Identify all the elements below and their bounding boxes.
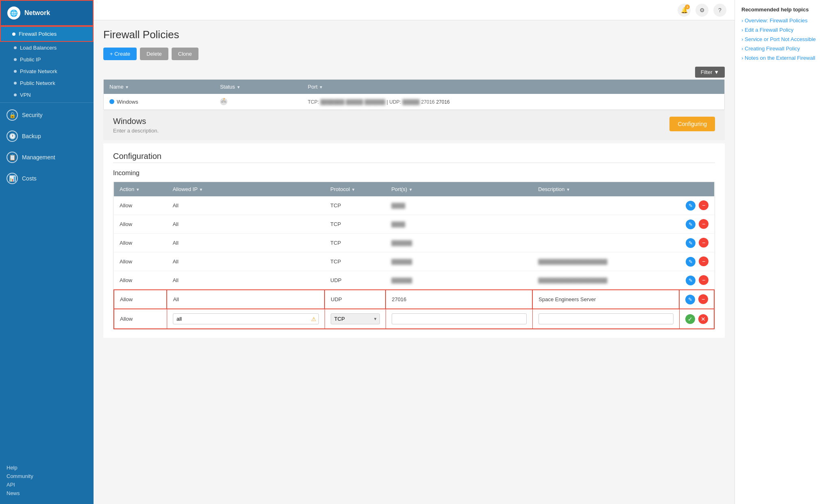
sort-arrow: ▼ <box>125 85 129 89</box>
port-udp-number: 27016 <box>436 99 449 105</box>
edit-icon[interactable]: ✎ <box>686 219 695 229</box>
sidebar-item-management[interactable]: 📋 Management <box>0 147 94 168</box>
help-link-overview[interactable]: Overview: Firewall Policies <box>741 17 817 24</box>
remove-icon[interactable]: − <box>699 238 708 248</box>
settings-button[interactable]: ⚙ <box>695 4 708 17</box>
config-section: Configuration Incoming Action ▼ Allowed … <box>103 143 725 338</box>
help-link-service[interactable]: Service or Port Not Accessible <box>741 36 817 42</box>
sort-arrow: ▼ <box>351 187 355 192</box>
row-description <box>532 215 679 234</box>
sidebar-section-label: Security <box>22 112 43 118</box>
sidebar-network-header[interactable]: 🌐 Network <box>0 0 94 26</box>
help-link[interactable]: Help <box>7 463 87 472</box>
row-allowed-ip: All <box>167 196 325 215</box>
edit-icon[interactable]: ✎ <box>686 276 695 285</box>
sort-arrow: ▼ <box>409 187 413 192</box>
configuring-button[interactable]: Configuring <box>669 117 715 131</box>
sidebar: 🌐 Network Firewall Policies Load Balance… <box>0 0 94 504</box>
sidebar-sub-label: Private Network <box>20 68 57 74</box>
row-ports: ████ <box>386 196 532 215</box>
blurred-desc: ████████████████████ <box>538 259 607 265</box>
allowed-ip-input[interactable] <box>173 313 319 324</box>
col-protocol[interactable]: Protocol ▼ <box>325 182 386 196</box>
config-header-row: Action ▼ Allowed IP ▼ Protocol ▼ Port(s)… <box>114 182 714 196</box>
dot <box>14 82 17 85</box>
col-description[interactable]: Description ▼ <box>532 182 679 196</box>
news-link[interactable]: News <box>7 489 87 497</box>
sidebar-item-load-balancers[interactable]: Load Balancers <box>0 42 94 54</box>
edit-icon[interactable]: ✎ <box>686 257 695 267</box>
col-status[interactable]: Status ▼ <box>214 80 302 94</box>
remove-icon[interactable]: − <box>699 219 708 229</box>
row-actions: ✎ − <box>679 252 714 271</box>
sidebar-item-vpn[interactable]: VPN <box>0 89 94 101</box>
api-link[interactable]: API <box>7 480 87 489</box>
sidebar-item-public-ip[interactable]: Public IP <box>0 54 94 65</box>
protocol-select[interactable]: TCP UDP <box>331 313 380 324</box>
blurred-port: ██████ <box>391 278 412 283</box>
row-protocol: UDP <box>325 290 386 309</box>
highlighted-table-row: Allow All UDP 27016 Space Engineers Serv… <box>114 290 714 309</box>
col-port[interactable]: Port ▼ <box>302 80 724 94</box>
row-actions: ✎ − <box>679 215 714 234</box>
row-protocol: TCP <box>325 215 386 234</box>
col-action[interactable]: Action ▼ <box>114 182 167 196</box>
remove-icon[interactable]: − <box>698 294 708 304</box>
sidebar-sub-label: Public IP <box>20 56 41 63</box>
row-action: Allow <box>114 234 167 252</box>
edit-icon[interactable]: ✎ <box>686 238 695 248</box>
edit-icon[interactable]: ✎ <box>685 295 695 304</box>
col-allowed-ip[interactable]: Allowed IP ▼ <box>167 182 325 196</box>
page-title: Firewall Policies <box>103 28 725 41</box>
confirm-icon[interactable]: ✓ <box>685 314 695 324</box>
status-dot <box>109 99 114 104</box>
row-allowed-ip: All <box>167 215 325 234</box>
sidebar-item-costs[interactable]: 📊 Costs <box>0 168 94 189</box>
notification-badge: 1 <box>685 4 690 9</box>
filter-button[interactable]: Filter ▼ <box>695 67 725 78</box>
col-ports[interactable]: Port(s) ▼ <box>386 182 532 196</box>
clone-button[interactable]: Clone <box>172 48 198 60</box>
col-name[interactable]: Name ▼ <box>104 80 214 94</box>
description-input[interactable] <box>538 313 674 324</box>
network-icon: 🌐 <box>7 7 20 20</box>
sidebar-firewall-label: Firewall Policies <box>19 31 57 37</box>
edit-icon[interactable]: ✎ <box>686 201 695 211</box>
detail-description: Enter a description. <box>113 128 159 134</box>
sidebar-item-firewall-policies[interactable]: Firewall Policies <box>0 26 94 42</box>
remove-icon[interactable]: − <box>699 256 708 266</box>
ports-input[interactable] <box>392 313 527 324</box>
delete-button[interactable]: Delete <box>140 48 168 60</box>
remove-icon[interactable]: − <box>699 200 708 210</box>
sort-arrow: ▼ <box>136 187 140 192</box>
incoming-subtitle: Incoming <box>113 169 715 177</box>
new-row-ports-cell[interactable] <box>386 309 532 329</box>
row-actions: ✎ − <box>679 234 714 252</box>
table-row[interactable]: Windows 4% TCP: ██████ <box>104 94 724 110</box>
row-allowed-ip: All <box>167 234 325 252</box>
top-bar: 🔔 1 ⚙ ? <box>94 0 735 20</box>
sidebar-footer: Help Community API News <box>0 457 94 504</box>
sidebar-item-backup[interactable]: 🕐 Backup <box>0 126 94 147</box>
row-action: Allow <box>114 290 167 309</box>
help-button[interactable]: ? <box>713 4 726 17</box>
help-link-creating[interactable]: Creating Firewall Policy <box>741 46 817 52</box>
help-link-edit[interactable]: Edit a Firewall Policy <box>741 27 817 33</box>
notifications-button[interactable]: 🔔 1 <box>678 4 691 17</box>
sidebar-item-security[interactable]: 🔒 Security <box>0 104 94 126</box>
create-button[interactable]: + Create <box>103 48 137 60</box>
remove-icon[interactable]: − <box>699 275 708 285</box>
new-row-protocol-cell[interactable]: TCP UDP ▼ <box>325 309 386 329</box>
row-action: Allow <box>114 252 167 271</box>
table-row: Allow All UDP ██████ ███████████████████… <box>114 271 714 290</box>
table-row: Allow All TCP ████ ✎ − <box>114 215 714 234</box>
new-row-desc-cell[interactable] <box>532 309 679 329</box>
sidebar-item-public-network[interactable]: Public Network <box>0 77 94 89</box>
new-row-ip-cell[interactable]: ⚠ <box>167 309 325 329</box>
help-link-external[interactable]: Notes on the External Firewall <box>741 55 817 61</box>
cancel-icon[interactable]: ✕ <box>698 314 708 324</box>
lock-icon: 🔒 <box>7 109 18 121</box>
row-protocol: TCP <box>325 252 386 271</box>
sidebar-item-private-network[interactable]: Private Network <box>0 65 94 77</box>
community-link[interactable]: Community <box>7 472 87 480</box>
